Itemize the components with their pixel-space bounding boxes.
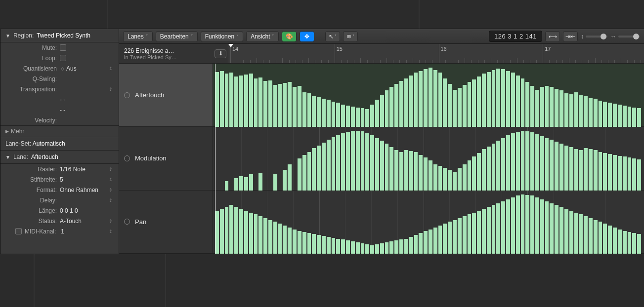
event-bar[interactable] (433, 164, 437, 191)
event-bar[interactable] (628, 107, 632, 127)
event-bar[interactable] (234, 207, 238, 254)
param-status[interactable]: Status: A-Touch ⇕ (0, 216, 119, 226)
event-bar[interactable] (623, 231, 627, 253)
event-bar[interactable] (380, 141, 384, 190)
param-loop[interactable]: Loop: (0, 53, 119, 63)
zoom-fit-button[interactable]: ⟷ (545, 31, 560, 42)
event-bar[interactable] (302, 155, 306, 191)
event-bar[interactable] (608, 154, 612, 191)
event-bar[interactable] (332, 137, 336, 191)
event-bar[interactable] (492, 205, 496, 254)
region-header[interactable]: ▼ Region: Tweed Picked Synth (0, 29, 119, 42)
event-bar[interactable] (332, 102, 336, 127)
event-bar[interactable] (632, 108, 636, 127)
lanes-graph[interactable] (213, 64, 644, 254)
param-format[interactable]: Format: Ohne Rahmen ⇕ (0, 185, 119, 195)
autodefine-button[interactable]: ⬇ (215, 49, 226, 58)
event-bar[interactable] (482, 209, 486, 254)
midi-in-button[interactable]: ✥ (300, 31, 314, 42)
event-bar[interactable] (215, 211, 219, 254)
event-bar[interactable] (298, 231, 301, 253)
event-bar[interactable] (555, 89, 558, 127)
event-bar[interactable] (468, 82, 472, 127)
event-bar[interactable] (463, 85, 467, 127)
event-bar[interactable] (317, 235, 321, 254)
event-bar[interactable] (336, 135, 340, 191)
event-bar[interactable] (506, 71, 510, 127)
position-lcd[interactable]: 126 3 1 2 141 (489, 31, 542, 42)
event-bar[interactable] (244, 177, 248, 191)
event-bar[interactable] (220, 209, 224, 254)
event-bar[interactable] (356, 108, 360, 127)
event-bar[interactable] (521, 131, 525, 190)
lane-header-row[interactable]: Pan (119, 191, 213, 254)
event-bar[interactable] (225, 181, 229, 191)
event-bar[interactable] (429, 68, 432, 127)
menu-bearbeiten[interactable]: Bearbeiten˅ (156, 31, 198, 42)
event-bar[interactable] (594, 220, 598, 254)
param-midi-kanal[interactable]: MIDI-Kanal: 1 ⇕ (0, 226, 119, 236)
event-bar[interactable] (579, 150, 583, 190)
event-bar[interactable] (599, 152, 602, 191)
event-bar[interactable] (438, 73, 442, 127)
event-bar[interactable] (530, 195, 534, 253)
event-bar[interactable] (375, 100, 379, 127)
event-bar[interactable] (477, 77, 481, 127)
event-bar[interactable] (404, 150, 408, 190)
event-bar[interactable] (569, 147, 573, 190)
event-bar[interactable] (463, 216, 467, 254)
event-bar[interactable] (525, 195, 529, 254)
event-bar[interactable] (389, 87, 393, 127)
event-bar[interactable] (569, 211, 573, 254)
event-bar[interactable] (307, 152, 311, 191)
event-bar[interactable] (550, 87, 554, 127)
event-bar[interactable] (341, 105, 345, 127)
event-bar[interactable] (501, 69, 505, 127)
event-bar[interactable] (273, 222, 277, 253)
event-bar[interactable] (574, 149, 578, 190)
event-bar[interactable] (453, 220, 457, 254)
event-bar[interactable] (516, 76, 520, 127)
event-bar[interactable] (545, 86, 549, 127)
pencil-tool[interactable]: ≋˅ (343, 31, 358, 42)
event-bar[interactable] (559, 144, 563, 191)
event-bar[interactable] (312, 96, 316, 127)
event-bar[interactable] (283, 170, 287, 191)
event-bar[interactable] (589, 218, 593, 254)
event-bar[interactable] (463, 164, 467, 191)
event-bar[interactable] (482, 149, 486, 190)
event-bar[interactable] (278, 224, 282, 254)
event-bar[interactable] (409, 76, 413, 127)
event-bar[interactable] (487, 147, 491, 191)
event-bar[interactable] (438, 226, 442, 254)
event-bar[interactable] (414, 73, 418, 127)
event-bar[interactable] (613, 228, 617, 254)
menu-funktionen[interactable]: Funktionen˅ (201, 31, 243, 42)
more-row[interactable]: ▶ Mehr (0, 125, 119, 137)
event-bar[interactable] (370, 105, 374, 127)
event-bar[interactable] (613, 104, 617, 127)
event-bar[interactable] (385, 242, 389, 254)
event-bar[interactable] (361, 131, 365, 190)
event-bar[interactable] (394, 84, 398, 127)
event-bar[interactable] (584, 96, 588, 127)
event-bar[interactable] (283, 226, 287, 254)
event-bar[interactable] (399, 81, 403, 127)
menu-ansicht[interactable]: Ansicht˅ (246, 31, 279, 42)
event-bar[interactable] (468, 160, 472, 191)
event-bar[interactable] (346, 106, 350, 127)
event-bar[interactable] (302, 92, 306, 127)
event-bar[interactable] (525, 131, 529, 190)
event-bar[interactable] (351, 131, 355, 190)
event-bar[interactable] (550, 203, 554, 254)
event-bar[interactable] (492, 144, 496, 191)
event-bar[interactable] (632, 233, 636, 254)
event-bar[interactable] (365, 133, 369, 191)
event-bar[interactable] (506, 199, 510, 254)
event-bar[interactable] (482, 74, 486, 127)
event-bar[interactable] (540, 87, 544, 127)
event-bar[interactable] (468, 214, 472, 254)
lane-header[interactable]: ▼ Lane: Aftertouch (0, 151, 119, 164)
event-bar[interactable] (608, 226, 612, 254)
event-bar[interactable] (419, 155, 423, 191)
